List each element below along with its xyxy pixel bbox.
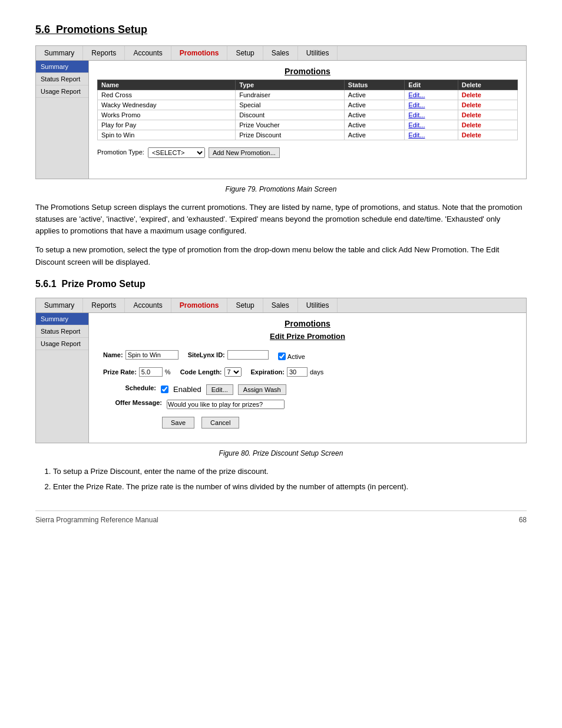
section-title: Promotions Setup	[56, 24, 147, 35]
cell-delete[interactable]: Delete	[458, 90, 517, 100]
subsection-number: 5.6.1	[35, 279, 57, 289]
cell-name: Play for Pay	[98, 120, 236, 130]
cell-delete[interactable]: Delete	[458, 130, 517, 140]
nav-bar-2: Summary Reports Accounts Promotions Setu…	[36, 298, 526, 313]
table-row: Red Cross Fundraiser Active Edit... Dele…	[98, 90, 518, 100]
cell-type: Prize Voucher	[236, 120, 345, 130]
cell-status: Active	[344, 120, 405, 130]
nav-setup-2[interactable]: Setup	[227, 298, 263, 312]
col-header-delete: Delete	[458, 80, 517, 90]
cell-type: Special	[236, 100, 345, 110]
nav-utilities-2[interactable]: Utilities	[298, 298, 338, 312]
promotions-title-1: Promotions	[97, 67, 518, 76]
name-row: Name:	[103, 350, 178, 360]
nav-reports-2[interactable]: Reports	[83, 298, 125, 312]
cell-delete[interactable]: Delete	[458, 100, 517, 110]
body-numbered-list: To setup a Prize Discount, enter the nam…	[35, 466, 527, 493]
page-footer: Sierra Programming Reference Manual 68	[35, 510, 527, 524]
name-label: Name:	[103, 351, 123, 358]
cancel-button[interactable]: Cancel	[201, 417, 239, 429]
nav-accounts-2[interactable]: Accounts	[125, 298, 171, 312]
cell-delete[interactable]: Delete	[458, 110, 517, 120]
schedule-row: Schedule:	[103, 384, 156, 391]
sidebar-item-summary-1[interactable]: Summary	[36, 61, 88, 73]
promotion-type-select[interactable]: <SELECT>DiscountFree WashFund RaiserSpec…	[148, 147, 205, 158]
active-row: Active	[278, 353, 305, 360]
cell-type: Fundraiser	[236, 90, 345, 100]
body-text-1: The Promotions Setup screen displays the…	[35, 202, 527, 237]
table-row: Wacky Wednesday Special Active Edit... D…	[98, 100, 518, 110]
sitelynx-input[interactable]	[227, 350, 269, 360]
prize-rate-input[interactable]	[139, 367, 163, 377]
active-label: Active	[287, 353, 305, 360]
edit-prize-form: Name: SiteLynx ID: Active Prize	[97, 345, 518, 437]
content-area-1: Promotions Name Type Status Edit Delete …	[89, 61, 526, 179]
sidebar-item-status-1[interactable]: Status Report	[36, 73, 88, 85]
figure-79-caption: Figure 79. Promotions Main Screen	[35, 185, 527, 193]
offer-message-input[interactable]	[167, 400, 285, 409]
nav-promotions-2[interactable]: Promotions	[171, 298, 228, 312]
expiration-input[interactable]	[287, 367, 308, 377]
figure-80-caption: Figure 80. Prize Discount Setup Screen	[35, 449, 527, 457]
nav-reports-1[interactable]: Reports	[83, 46, 125, 60]
offer-message-row: Offer Message:	[103, 399, 162, 406]
list-item: Enter the Prize Rate. The prize rate is …	[53, 481, 527, 493]
nav-sales-1[interactable]: Sales	[263, 46, 298, 60]
cell-delete[interactable]: Delete	[458, 120, 517, 130]
cell-status: Active	[344, 110, 405, 120]
section-heading: 5.6 Promotions Setup	[35, 24, 147, 35]
footer-left: Sierra Programming Reference Manual	[35, 516, 158, 524]
promotions-table: Name Type Status Edit Delete Red Cross F…	[97, 80, 518, 140]
cell-edit[interactable]: Edit...	[405, 100, 458, 110]
sidebar-item-usage-2[interactable]: Usage Report	[36, 338, 88, 350]
expiration-unit: days	[310, 368, 323, 375]
cell-edit[interactable]: Edit...	[405, 90, 458, 100]
subsection-heading: 5.6.1 Prize Promo Setup	[35, 279, 527, 289]
cell-name: Works Promo	[98, 110, 236, 120]
col-header-name: Name	[98, 80, 236, 90]
prize-rate-unit: %	[165, 368, 171, 375]
figure-80-screenshot: Summary Reports Accounts Promotions Setu…	[35, 298, 527, 443]
main-layout-2: Summary Status Report Usage Report Promo…	[36, 313, 526, 443]
cell-edit[interactable]: Edit...	[405, 130, 458, 140]
main-layout-1: Summary Status Report Usage Report Promo…	[36, 61, 526, 179]
cell-edit[interactable]: Edit...	[405, 120, 458, 130]
nav-sales-2[interactable]: Sales	[263, 298, 298, 312]
sidebar-item-status-2[interactable]: Status Report	[36, 325, 88, 338]
cell-edit[interactable]: Edit...	[405, 110, 458, 120]
cell-name: Red Cross	[98, 90, 236, 100]
nav-setup-1[interactable]: Setup	[227, 46, 263, 60]
active-checkbox[interactable]	[278, 353, 286, 360]
nav-accounts-1[interactable]: Accounts	[125, 46, 171, 60]
sidebar-item-usage-1[interactable]: Usage Report	[36, 85, 88, 98]
nav-promotions-1[interactable]: Promotions	[171, 46, 228, 60]
nav-summary-1[interactable]: Summary	[36, 46, 83, 60]
expiration-row: Expiration: days	[251, 367, 324, 377]
assign-wash-button[interactable]: Assign Wash	[238, 384, 286, 395]
offer-message-label: Offer Message:	[103, 399, 162, 406]
table-row: Play for Pay Prize Voucher Active Edit..…	[98, 120, 518, 130]
sidebar-item-summary-2[interactable]: Summary	[36, 313, 88, 325]
code-length-row: Code Length: 7 8 9	[180, 367, 242, 377]
cell-name: Wacky Wednesday	[98, 100, 236, 110]
cell-type: Discount	[236, 110, 345, 120]
cell-type: Prize Discount	[236, 130, 345, 140]
nav-utilities-1[interactable]: Utilities	[298, 46, 338, 60]
save-button[interactable]: Save	[162, 417, 194, 429]
footer-right: 68	[519, 516, 527, 524]
sitelynx-label: SiteLynx ID:	[188, 351, 225, 358]
name-input[interactable]	[125, 350, 178, 360]
cell-status: Active	[344, 100, 405, 110]
schedule-edit-button[interactable]: Edit...	[206, 384, 233, 395]
schedule-enabled-checkbox[interactable]	[161, 386, 168, 393]
col-header-edit: Edit	[405, 80, 458, 90]
add-new-promotion-button[interactable]: Add New Promotion...	[209, 147, 280, 158]
list-item: To setup a Prize Discount, enter the nam…	[53, 466, 527, 477]
cell-status: Active	[344, 90, 405, 100]
code-length-select[interactable]: 7 8 9	[224, 367, 242, 377]
table-row: Spin to Win Prize Discount Active Edit..…	[98, 130, 518, 140]
promotion-type-label: Promotion Type:	[97, 147, 144, 156]
code-length-label: Code Length:	[180, 368, 222, 375]
content-area-2: Promotions Edit Prize Promotion Name: Si…	[89, 313, 526, 443]
nav-summary-2[interactable]: Summary	[36, 298, 83, 312]
